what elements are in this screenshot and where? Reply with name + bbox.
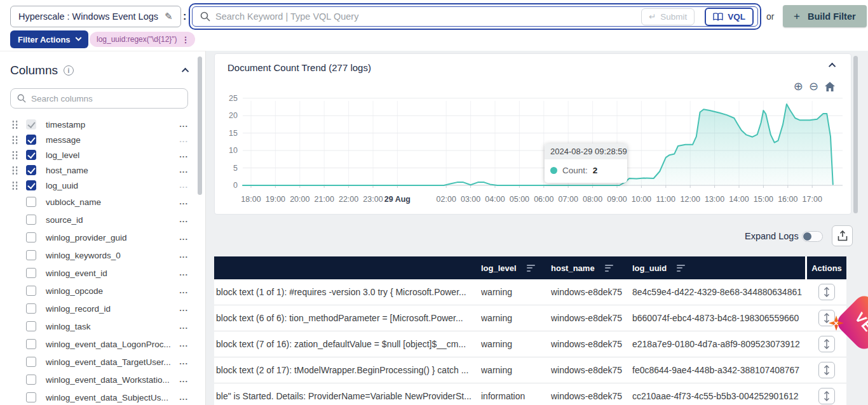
row-expand-button[interactable] bbox=[818, 388, 835, 404]
more-icon[interactable]: ... bbox=[179, 395, 188, 399]
column-item-winlog-record-id[interactable]: winlog_record_id... bbox=[11, 300, 196, 317]
column-item-winlog-keywords-0[interactable]: winlog_keywords_0... bbox=[11, 246, 196, 264]
column-item-source-id[interactable]: source_id... bbox=[11, 211, 196, 229]
column-checkbox[interactable] bbox=[26, 150, 36, 160]
row-expand-button[interactable] bbox=[818, 284, 835, 300]
column-item-host-name[interactable]: host_name... bbox=[11, 163, 196, 178]
more-icon[interactable]: ... bbox=[179, 289, 188, 293]
cell-message[interactable]: ble" is Started. Details: ProviderName=V… bbox=[214, 391, 481, 401]
column-checkbox[interactable] bbox=[26, 250, 36, 260]
column-checkbox[interactable] bbox=[26, 357, 36, 367]
filter-icon[interactable] bbox=[605, 265, 614, 272]
column-item-winlog-event-data-workstatio[interactable]: winlog_event_data_Workstatio...... bbox=[11, 371, 196, 388]
export-button[interactable] bbox=[832, 225, 853, 246]
more-icon[interactable]: ... bbox=[179, 378, 188, 382]
header-log-level[interactable]: log_level bbox=[481, 263, 551, 273]
more-icon[interactable]: ... bbox=[179, 360, 188, 364]
filter-chip[interactable]: log_uuid:regex("\d{12}") ⋮ bbox=[90, 32, 195, 47]
x-tick-label: 10:00 bbox=[632, 195, 651, 204]
more-icon[interactable]: ... bbox=[179, 123, 188, 126]
dataset-title: Hyperscale : Windows Event Logs bbox=[18, 11, 158, 22]
drag-handle-icon[interactable] bbox=[11, 135, 18, 145]
drag-handle-icon[interactable] bbox=[11, 150, 18, 160]
filter-icon[interactable] bbox=[527, 265, 536, 272]
page-scrollbar[interactable] bbox=[853, 56, 858, 213]
column-checkbox[interactable] bbox=[26, 135, 36, 145]
column-checkbox[interactable] bbox=[26, 303, 36, 314]
sidebar-scrollbar[interactable] bbox=[198, 56, 202, 195]
more-icon[interactable]: ... bbox=[179, 253, 188, 257]
more-icon[interactable]: ... bbox=[179, 168, 188, 172]
column-item-winlog-event-data-logonproc[interactable]: winlog_event_data_LogonProc...... bbox=[11, 335, 196, 353]
more-icon[interactable]: ... bbox=[179, 236, 188, 239]
column-item-winlog-task[interactable]: winlog_task... bbox=[11, 317, 196, 335]
info-icon[interactable]: i bbox=[64, 65, 74, 76]
more-icon[interactable]: ... bbox=[179, 307, 188, 310]
column-item-message[interactable]: message... bbox=[11, 132, 196, 147]
top-toolbar: Hyperscale : Windows Event Logs ✎ : ↵ Su… bbox=[0, 0, 868, 51]
column-checkbox[interactable] bbox=[26, 286, 36, 296]
cell-message[interactable]: block text (6 of 6): tion_methodParamete… bbox=[214, 313, 481, 323]
search-columns-input[interactable] bbox=[31, 94, 181, 103]
build-filter-button[interactable]: + Build Filter bbox=[783, 5, 867, 27]
column-checkbox[interactable] bbox=[26, 321, 36, 331]
edit-pencil-icon[interactable]: ✎ bbox=[165, 11, 173, 22]
column-item-timestamp[interactable]: timestamp... bbox=[11, 117, 196, 132]
column-checkbox[interactable] bbox=[26, 215, 36, 225]
column-label: vublock_name bbox=[46, 197, 101, 207]
column-item-winlog-opcode[interactable]: winlog_opcode... bbox=[11, 282, 196, 300]
column-checkbox[interactable] bbox=[26, 339, 36, 349]
submit-button[interactable]: ↵ Submit bbox=[641, 8, 695, 25]
column-item-winlog-event-data-targetuser[interactable]: winlog_event_data_TargetUser...... bbox=[11, 353, 196, 371]
dataset-title-chip[interactable]: Hyperscale : Windows Event Logs ✎ bbox=[10, 6, 181, 27]
column-item-vublock-name[interactable]: vublock_name... bbox=[11, 193, 196, 211]
more-icon[interactable]: ... bbox=[179, 153, 188, 157]
trend-chart-svg[interactable]: 18:0019:0020:0021:0022:0023:0029 Aug02:0… bbox=[215, 87, 851, 214]
cell-log-level: warning bbox=[481, 365, 551, 375]
y-tick-label: 25 bbox=[229, 94, 238, 103]
more-icon[interactable]: ... bbox=[179, 271, 188, 275]
cell-message[interactable]: block text (7 of 16): zation_defaultValu… bbox=[214, 339, 481, 349]
more-icon[interactable]: ... bbox=[179, 138, 188, 142]
column-item-winlog-event-id[interactable]: winlog_event_id... bbox=[11, 264, 196, 282]
column-checkbox[interactable] bbox=[26, 165, 36, 175]
drag-handle-icon[interactable] bbox=[11, 166, 18, 175]
kebab-icon[interactable]: ⋮ bbox=[182, 35, 190, 44]
sidebar-collapse-chevron-up-icon[interactable] bbox=[182, 68, 189, 75]
filter-icon[interactable] bbox=[677, 265, 686, 272]
more-icon[interactable]: ... bbox=[179, 324, 188, 328]
more-icon[interactable]: ... bbox=[179, 342, 188, 346]
filter-actions-button[interactable]: Filter Actions bbox=[10, 30, 88, 48]
submit-return-icon: ↵ bbox=[649, 11, 656, 22]
header-log-uuid[interactable]: log_uuid bbox=[632, 263, 805, 273]
more-icon[interactable]: ... bbox=[179, 218, 188, 222]
column-item-log-level[interactable]: log_level... bbox=[11, 147, 196, 163]
row-expand-button[interactable] bbox=[818, 362, 835, 378]
row-expand-button[interactable] bbox=[818, 336, 835, 352]
column-checkbox[interactable] bbox=[26, 180, 36, 190]
expand-logs-toggle[interactable] bbox=[802, 231, 823, 242]
column-item-winlog-event-data-subjectus[interactable]: winlog_event_data_SubjectUs...... bbox=[11, 388, 196, 405]
drag-handle-icon[interactable] bbox=[11, 181, 18, 190]
cell-message[interactable]: block text (2 of 17): tModelWrapper.Begi… bbox=[214, 365, 481, 375]
column-item-log-uuid[interactable]: log_uuid... bbox=[11, 178, 196, 193]
header-host-name[interactable]: host_name bbox=[551, 263, 632, 273]
row-expand-icon bbox=[823, 391, 831, 401]
column-checkbox[interactable] bbox=[26, 232, 36, 242]
search-input[interactable] bbox=[215, 11, 636, 22]
chart-collapse-chevron-up-icon[interactable] bbox=[829, 63, 836, 70]
drag-handle-icon[interactable] bbox=[11, 120, 18, 129]
more-icon[interactable]: ... bbox=[179, 183, 188, 187]
column-checkbox[interactable] bbox=[26, 119, 36, 129]
cell-message[interactable]: block text (1 of 1): #requires -version … bbox=[214, 287, 481, 297]
vql-button[interactable]: VQL bbox=[705, 8, 754, 26]
badge-close-button[interactable]: ✕ bbox=[828, 315, 844, 331]
column-checkbox[interactable] bbox=[26, 197, 36, 207]
more-icon[interactable]: ... bbox=[179, 200, 188, 204]
column-checkbox[interactable] bbox=[26, 268, 36, 278]
column-label: winlog_event_id bbox=[46, 269, 107, 278]
search-columns-box bbox=[10, 88, 188, 109]
column-checkbox[interactable] bbox=[26, 375, 36, 385]
column-checkbox[interactable] bbox=[26, 392, 36, 402]
column-item-winlog-provider-guid[interactable]: winlog_provider_guid... bbox=[11, 229, 196, 246]
